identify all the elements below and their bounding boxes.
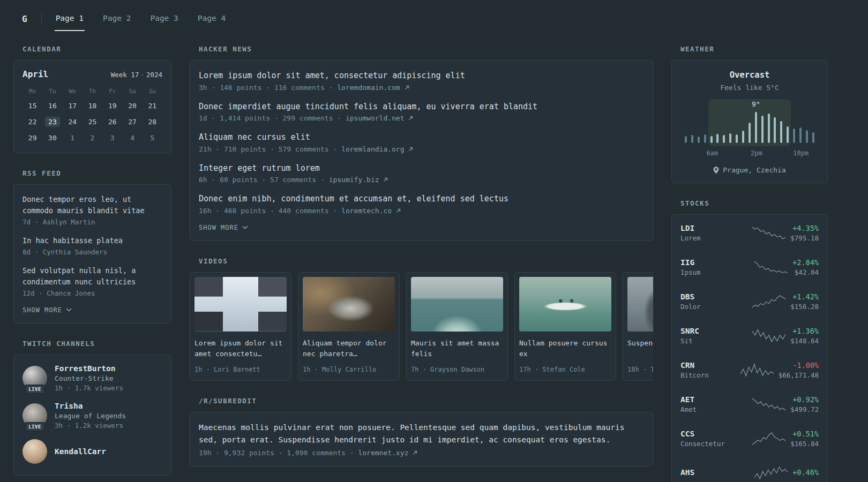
- rss-item-title[interactable]: Donec tempor eros leo, ut commodo mauris…: [23, 194, 162, 216]
- weather-bar: [799, 127, 802, 143]
- video-title[interactable]: Lorem ipsum dolor sit amet consectetu…: [194, 338, 287, 360]
- stock-price: $148.64: [790, 337, 819, 345]
- video-card[interactable]: Nullam posuere cursus ex17h · Stefan Col…: [514, 272, 616, 381]
- weather-location[interactable]: Prague, Czechia: [680, 166, 819, 174]
- stock-symbol[interactable]: CCS: [680, 430, 747, 438]
- app-logo[interactable]: G: [13, 6, 41, 31]
- hackernews-item-meta: 21h · 710 points · 579 comments · loreml…: [199, 145, 644, 153]
- stock-row[interactable]: AHS+0.46%: [672, 456, 827, 482]
- video-title[interactable]: Mauris sit amet massa felis: [411, 338, 503, 360]
- twitch-channel[interactable]: KendallCarr: [23, 439, 162, 464]
- stock-change: +2.84%: [792, 258, 819, 267]
- videos-row: Lorem ipsum dolor sit amet consectetu…1h…: [190, 272, 653, 381]
- video-thumbnail[interactable]: [627, 277, 653, 332]
- calendar-separator: ·: [140, 71, 145, 79]
- stock-name: Ipsum: [680, 268, 750, 276]
- weather-time-labels: 6am 2pm 10pm: [680, 149, 819, 157]
- stock-symbol[interactable]: CRN: [680, 361, 736, 370]
- video-meta: 18h · Tara: [627, 366, 653, 373]
- stock-symbol[interactable]: SNRC: [680, 327, 747, 335]
- hackernews-item-domain[interactable]: ipsumify.biz: [329, 176, 388, 184]
- stock-name: Lorem: [680, 234, 747, 242]
- hackernews-item-title[interactable]: Lorem ipsum dolor sit amet, consectetur …: [199, 70, 644, 82]
- stock-symbol[interactable]: AET: [680, 395, 747, 404]
- stock-sparkline: [754, 260, 788, 275]
- hackernews-item-domain[interactable]: loremlandia.org: [341, 145, 413, 153]
- stock-row[interactable]: SNRCSit+1.36%$148.64: [672, 319, 827, 353]
- twitch-avatar: [23, 439, 47, 464]
- twitch-avatar: LIVE: [23, 366, 47, 390]
- stock-symbol[interactable]: LDI: [680, 224, 747, 232]
- nav-divider: [41, 12, 42, 25]
- hackernews-item-title[interactable]: Donec enim nibh, condimentum et accumsan…: [199, 193, 644, 205]
- twitch-channel[interactable]: LIVETrishaLeague of Legends3h · 1.2k vie…: [23, 402, 162, 430]
- stock-price: $42.04: [792, 268, 819, 276]
- twitch-channel-info: KendallCarr: [55, 447, 106, 456]
- twitch-channel-viewers: 1h · 1.7k viewers: [55, 384, 123, 392]
- stock-symbol[interactable]: AHS: [680, 468, 750, 477]
- video-card[interactable]: Lorem ipsum dolor sit amet consectetu…1h…: [190, 272, 291, 381]
- hackernews-item-domain[interactable]: loremdomain.com: [337, 84, 409, 92]
- hackernews-item-domain[interactable]: loremtech.co: [341, 207, 401, 215]
- hackernews-item-title[interactable]: Integer eget rutrum lorem: [199, 162, 644, 175]
- twitch-channel-name[interactable]: Trisha: [55, 402, 126, 410]
- video-thumbnail[interactable]: [519, 277, 611, 332]
- stock-row[interactable]: LDILorem+4.35%$795.18: [672, 216, 827, 250]
- stock-row[interactable]: IIGIpsum+2.84%$42.04: [672, 250, 827, 284]
- sparkline-chart: [752, 397, 786, 412]
- calendar-year: 2024: [146, 71, 162, 79]
- stock-row[interactable]: AETAmet+0.92%$499.72: [672, 387, 827, 421]
- weather-bar: [729, 133, 731, 143]
- external-link-icon: [405, 85, 409, 90]
- rss-item-meta: 7d · Ashlyn Martin: [23, 218, 162, 226]
- hackernews-item-title[interactable]: Donec imperdiet augue tincidunt felis al…: [199, 101, 644, 113]
- video-thumbnail[interactable]: [303, 277, 395, 332]
- page-tabs: Page 1 Page 2 Page 3 Page 4: [55, 6, 227, 31]
- video-card[interactable]: Aliquam tempor dolor nec pharetra…1h · M…: [298, 272, 400, 381]
- hackernews-section-title: HACKER NEWS: [199, 45, 653, 53]
- calendar-day: 26: [105, 117, 120, 127]
- twitch-channel-info: ForrestBurtonCounter-Strike1h · 1.7k vie…: [55, 364, 123, 392]
- rss-item-title[interactable]: In hac habitasse platea: [23, 235, 162, 246]
- twitch-channel-name[interactable]: KendallCarr: [55, 447, 106, 456]
- calendar-day: 30: [45, 133, 60, 143]
- live-badge: LIVE: [25, 385, 45, 394]
- video-card[interactable]: Suspendisse diam18h · Tara: [623, 272, 653, 381]
- subreddit-post-domain[interactable]: loremnet.xyz: [358, 449, 417, 457]
- twitch-channel-game: Counter-Strike: [55, 374, 123, 382]
- tab-page-2[interactable]: Page 2: [102, 6, 132, 31]
- rss-show-more-button[interactable]: SHOW MORE: [23, 306, 162, 314]
- hackernews-show-more-button[interactable]: SHOW MORE: [199, 224, 644, 231]
- stock-symbol[interactable]: IIG: [680, 258, 750, 267]
- twitch-channel-name[interactable]: ForrestBurton: [55, 364, 123, 373]
- hackernews-item-domain[interactable]: ipsumworld.net: [346, 114, 413, 122]
- stock-symbol[interactable]: DBS: [680, 292, 747, 301]
- sparkline-chart: [754, 465, 788, 480]
- stock-row[interactable]: CRNBitcorn-1.00%$66,171.48: [672, 353, 827, 387]
- video-title[interactable]: Nullam posuere cursus ex: [519, 338, 611, 360]
- video-title[interactable]: Aliquam tempor dolor nec pharetra…: [303, 338, 395, 360]
- video-thumbnail[interactable]: [411, 277, 503, 332]
- hackernews-item-title[interactable]: Aliquam nec cursus elit: [199, 131, 644, 144]
- video-title[interactable]: Suspendisse diam: [627, 338, 653, 360]
- hackernews-list: Lorem ipsum dolor sit amet, consectetur …: [199, 70, 644, 215]
- subreddit-post-title[interactable]: Maecenas mollis pulvinar erat non posuer…: [199, 421, 644, 446]
- video-thumbnail[interactable]: [194, 277, 287, 332]
- stock-sparkline: [754, 465, 788, 480]
- chevron-down-icon: [242, 225, 248, 229]
- stock-row[interactable]: CCSConsectetur+0.51%$165.84: [672, 421, 827, 456]
- calendar-widget: CALENDAR April Week 17·2024 MoTuWeThFrSa…: [13, 45, 171, 153]
- stocks-section-title: STOCKS: [680, 199, 828, 207]
- hackernews-item-stats: 21h · 710 points · 579 comments ·: [199, 145, 337, 153]
- rss-item-title[interactable]: Sed volutpat nulla nisl, a condimentum n…: [23, 265, 162, 288]
- calendar-day: 18: [85, 101, 100, 111]
- dashboard-columns: CALENDAR April Week 17·2024 MoTuWeThFrSa…: [0, 45, 868, 482]
- weather-condition: Overcast: [680, 70, 819, 80]
- tab-page-3[interactable]: Page 3: [149, 6, 179, 31]
- tab-page-1[interactable]: Page 1: [55, 6, 85, 31]
- tab-page-4[interactable]: Page 4: [197, 6, 227, 31]
- twitch-channel[interactable]: LIVEForrestBurtonCounter-Strike1h · 1.7k…: [23, 364, 162, 392]
- stock-row[interactable]: DBSDolor+1.42%$156.28: [672, 284, 827, 319]
- video-card[interactable]: Mauris sit amet massa felis7h · Grayson …: [406, 272, 508, 381]
- calendar-week-number: Week 17: [111, 71, 139, 79]
